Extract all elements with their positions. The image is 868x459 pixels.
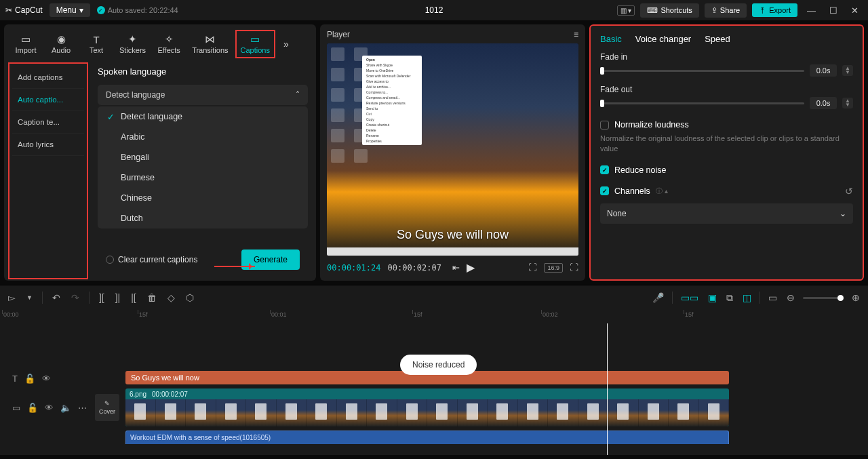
link-preview-tool[interactable]: ▣ — [707, 291, 718, 304]
more-icon[interactable]: ⋯ — [78, 403, 87, 413]
fade-in-value[interactable]: 0.0s — [810, 64, 837, 77]
channels-select[interactable]: None ⌄ — [600, 203, 853, 224]
clear-captions-toggle[interactable]: Clear current captions — [106, 255, 197, 264]
timeline-body[interactable]: Noise reduced T 🔓 👁 So Guys we will now … — [0, 323, 868, 455]
aspect-ratio-badge[interactable]: 16:9 — [544, 263, 563, 273]
mask-tool[interactable]: ⬡ — [184, 291, 195, 304]
video-clip-duration: 00:00:02:07 — [152, 391, 188, 398]
share-button[interactable]: ⇪ Share — [705, 3, 747, 18]
video-clip[interactable]: 6.png 00:00:02:07 — [125, 388, 729, 426]
redo-button[interactable]: ↷ — [70, 291, 81, 304]
tab-speed[interactable]: Speed — [705, 34, 730, 44]
check-icon: ✓ — [97, 6, 105, 14]
export-button[interactable]: ⭱ Export — [752, 3, 797, 17]
scale-icon[interactable]: ⛶ — [528, 262, 537, 273]
import-icon: ▭ — [19, 34, 33, 45]
delete-tool[interactable]: 🗑 — [146, 291, 158, 304]
tab-transitions-label: Transitions — [192, 46, 228, 54]
magnet-tool[interactable]: ▭▭ — [679, 291, 700, 304]
play-button[interactable]: ▶ — [467, 261, 475, 274]
tab-basic[interactable]: Basic — [600, 34, 622, 44]
fade-in-stepper[interactable]: ▲▼ — [842, 65, 853, 76]
channels-toggle[interactable]: Channels ⓘ ▴ ↺ — [600, 186, 853, 197]
chevron-down-icon: ⌄ — [840, 209, 846, 218]
transitions-icon: ⋈ — [203, 34, 217, 45]
stickers-icon: ✦ — [126, 34, 140, 45]
tab-voice-changer[interactable]: Voice changer — [635, 34, 691, 44]
lang-option-arabic[interactable]: Arabic — [98, 127, 308, 147]
lang-option-detect[interactable]: Detect language — [98, 106, 308, 127]
tab-captions[interactable]: ▭ Captions — [235, 30, 275, 58]
tab-stickers[interactable]: ✦ Stickers — [115, 31, 150, 57]
snap-tool[interactable]: ◫ — [741, 291, 753, 304]
sidebar-item-auto-lyrics[interactable]: Auto lyrics — [12, 134, 84, 156]
sidebar-item-auto-captions[interactable]: Auto captio... — [12, 89, 84, 111]
reset-icon[interactable]: ↺ — [845, 186, 853, 197]
minimize-button[interactable]: — — [803, 5, 820, 16]
tab-import[interactable]: ▭ Import — [9, 31, 42, 57]
lock-icon[interactable]: 🔓 — [27, 403, 38, 413]
prev-frame-button[interactable]: ⇤ — [452, 262, 460, 273]
fullscreen-button[interactable]: ⛶ — [570, 262, 578, 273]
eye-icon[interactable]: 👁 — [45, 403, 54, 413]
lang-option-bengali[interactable]: Bengali — [98, 147, 308, 167]
video-track-row: ▭ 🔓 👁 🔈 ⋯ ✎ Cover 6.png 00:00:02:07 — [0, 388, 868, 426]
cover-button[interactable]: ✎ Cover — [95, 394, 119, 421]
normalize-toggle[interactable]: Normalize loudness — [600, 120, 853, 129]
ruler-mark: 00:00 — [3, 311, 19, 318]
sidebar-item-caption-templates[interactable]: Caption te... — [12, 111, 84, 134]
radio-icon — [106, 256, 114, 264]
zoom-in-button[interactable]: ⊕ — [850, 291, 861, 304]
tab-text[interactable]: T Text — [80, 31, 113, 57]
checkbox-on-icon — [600, 165, 609, 174]
sidebar-item-add-captions[interactable]: Add captions — [12, 66, 84, 89]
lang-option-dutch[interactable]: Dutch — [98, 208, 308, 228]
playhead[interactable] — [607, 323, 608, 455]
split-left-tool[interactable]: ]| — [114, 291, 122, 304]
keyboard-icon: ⌨ — [647, 6, 658, 15]
eye-icon[interactable]: 👁 — [42, 374, 51, 384]
zoom-slider[interactable] — [803, 297, 844, 299]
preview-mode-tool[interactable]: ▭ — [767, 291, 778, 304]
audio-clip[interactable]: Workout EDM with a sense of speed(101650… — [125, 431, 729, 444]
ruler-mark: 15f — [685, 311, 694, 318]
shortcuts-button[interactable]: ⌨ Shortcuts — [640, 3, 698, 18]
preview-taskbar — [327, 247, 578, 256]
fade-out-stepper[interactable]: ▲▼ — [842, 98, 853, 108]
player-menu-icon[interactable]: ≡ — [574, 30, 578, 39]
more-tabs-button[interactable]: » — [278, 36, 294, 52]
link-tool[interactable]: ⧉ — [725, 291, 734, 305]
zoom-out-button[interactable]: ⊖ — [785, 291, 796, 304]
lang-option-chinese[interactable]: Chinese — [98, 188, 308, 208]
media-tabs: ▭ Import ◉ Audio T Text ✦ Stickers ✧ Eff… — [4, 24, 316, 61]
undo-button[interactable]: ↶ — [51, 291, 62, 304]
fade-in-slider[interactable] — [600, 70, 804, 72]
mute-icon[interactable]: 🔈 — [60, 403, 71, 413]
layout-icon[interactable]: ▥ ▾ — [617, 5, 635, 16]
right-panel: Basic Voice changer Speed Fade in 0.0s ▲… — [589, 24, 864, 281]
language-dropdown[interactable]: Detect language Arabic Bengali Burmese C… — [98, 106, 308, 228]
split-tool[interactable]: ][ — [98, 291, 106, 304]
split-right-tool[interactable]: |[ — [130, 291, 138, 304]
reduce-noise-toggle[interactable]: Reduce noise — [600, 165, 853, 175]
player-viewport[interactable]: OpenShare with SkypeMove to OneDriveScan… — [327, 43, 578, 256]
menu-button[interactable]: Menu ▾ — [50, 3, 90, 17]
lang-option-burmese[interactable]: Burmese — [98, 167, 308, 188]
selection-dropdown[interactable]: ▼ — [25, 293, 34, 302]
selection-tool[interactable]: ▻ — [7, 291, 17, 304]
tab-effects[interactable]: ✧ Effects — [153, 31, 185, 57]
crop-tool[interactable]: ◇ — [166, 291, 176, 304]
language-select[interactable]: Detect language ˄ — [98, 85, 308, 105]
video-clip-name: 6.png — [130, 391, 146, 398]
timeline-ruler[interactable]: 00:00 15f 00:01 15f 00:02 15f — [0, 310, 868, 323]
text-icon: T — [90, 34, 103, 45]
tab-transitions[interactable]: ⋈ Transitions — [188, 31, 232, 57]
tab-text-label: Text — [90, 46, 103, 54]
fade-out-value[interactable]: 0.0s — [810, 97, 837, 109]
lock-icon[interactable]: 🔓 — [24, 374, 35, 384]
close-button[interactable]: ✕ — [847, 5, 863, 16]
fade-out-slider[interactable] — [600, 102, 804, 104]
mic-tool[interactable]: 🎤 — [651, 291, 665, 304]
tab-audio[interactable]: ◉ Audio — [45, 31, 77, 57]
maximize-button[interactable]: ☐ — [825, 5, 842, 16]
